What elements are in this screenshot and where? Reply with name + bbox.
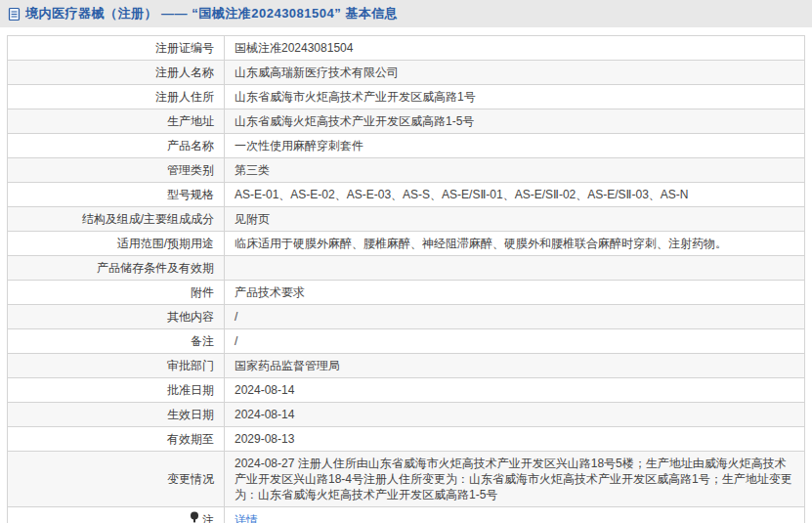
row-value: 临床适用于硬膜外麻醉、腰椎麻醉、神经阻滞麻醉、硬膜外和腰椎联合麻醉时穿刺、注射药… [225, 232, 805, 256]
registration-info-table: 注册证编号 国械注准20243081504 注册人名称 山东威高瑞新医疗技术有限… [7, 35, 805, 523]
row-value: 第三类 [225, 158, 805, 183]
row-value: 2029-08-13 [225, 427, 805, 452]
row-label: 生产地址 [8, 109, 225, 134]
row-value: 山东威高瑞新医疗技术有限公司 [225, 61, 805, 85]
page-title: 境内医疗器械（注册） —— “国械注准20243081504” 基本信息 [25, 5, 398, 22]
row-label: 变更情况 [8, 452, 225, 507]
table-row: 审批部门 国家药品监督管理局 [8, 354, 805, 378]
row-value: 国家药品监督管理局 [225, 354, 805, 378]
row-label: 注册人住所 [8, 85, 225, 109]
row-label: 适用范围/预期用途 [8, 232, 225, 256]
document-icon [8, 7, 21, 22]
row-label: 审批部门 [8, 354, 225, 378]
table-row: 附件 产品技术要求 [8, 281, 805, 305]
row-label: 生效日期 [8, 403, 225, 427]
table-row-change-history: 变更情况 2024-08-27 注册人住所由山东省威海市火炬高技术产业开发区兴山… [8, 452, 805, 507]
row-label: 注册人名称 [8, 61, 225, 85]
row-value: 山东省威海火炬高技术产业开发区威高路1-5号 [225, 109, 805, 134]
table-row: 其他内容 / [8, 305, 805, 329]
row-label: 型号规格 [8, 183, 225, 207]
row-label: 注 [202, 512, 214, 523]
row-value: 产品技术要求 [225, 281, 805, 305]
row-label: 附件 [8, 281, 225, 305]
row-label: 其他内容 [8, 305, 225, 329]
row-label: 结构及组成/主要组成成分 [8, 207, 225, 232]
row-label: 产品名称 [8, 134, 225, 158]
row-value: 山东省威海市火炬高技术产业开发区威高路1号 [225, 85, 805, 109]
page-header: 境内医疗器械（注册） —— “国械注准20243081504” 基本信息 [0, 0, 812, 27]
table-row: 注册证编号 国械注准20243081504 [8, 36, 805, 61]
table-row: 有效期至 2029-08-13 [8, 427, 805, 452]
note-icon [190, 511, 199, 523]
table-row: 产品名称 一次性使用麻醉穿刺套件 [8, 134, 805, 158]
row-value: AS-E-01、AS-E-02、AS-E-03、AS-S、AS-E/SⅡ-01、… [225, 183, 805, 207]
row-value: / [225, 329, 805, 354]
row-value: 2024-08-27 注册人住所由山东省威海市火炬高技术产业开发区兴山路18号5… [225, 452, 805, 507]
row-label: 批准日期 [8, 378, 225, 403]
table-row: 适用范围/预期用途 临床适用于硬膜外麻醉、腰椎麻醉、神经阻滞麻醉、硬膜外和腰椎联… [8, 232, 805, 256]
row-value [225, 256, 805, 281]
row-value: / [225, 305, 805, 329]
table-row: 批准日期 2024-08-14 [8, 378, 805, 403]
table-row: 产品储存条件及有效期 [8, 256, 805, 281]
row-label: 产品储存条件及有效期 [8, 256, 225, 281]
table-row: 生效日期 2024-08-14 [8, 403, 805, 427]
table-row: 型号规格 AS-E-01、AS-E-02、AS-E-03、AS-S、AS-E/S… [8, 183, 805, 207]
row-label: 备注 [8, 329, 225, 354]
table-row: 结构及组成/主要组成成分 见附页 [8, 207, 805, 232]
row-value: 2024-08-14 [225, 378, 805, 403]
table-row-note: 注 详情 [8, 507, 805, 523]
table-row: 管理类别 第三类 [8, 158, 805, 183]
table-row: 注册人名称 山东威高瑞新医疗技术有限公司 [8, 61, 805, 85]
row-value: 2024-08-14 [225, 403, 805, 427]
row-value: 一次性使用麻醉穿刺套件 [225, 134, 805, 158]
details-link[interactable]: 详情 [235, 513, 258, 523]
row-label: 管理类别 [8, 158, 225, 183]
table-row: 备注 / [8, 329, 805, 354]
row-label: 有效期至 [8, 427, 225, 452]
table-row: 注册人住所 山东省威海市火炬高技术产业开发区威高路1号 [8, 85, 805, 109]
row-value: 国械注准20243081504 [225, 36, 805, 61]
table-row: 生产地址 山东省威海火炬高技术产业开发区威高路1-5号 [8, 109, 805, 134]
row-value: 见附页 [225, 207, 805, 232]
row-label: 注册证编号 [8, 36, 225, 61]
